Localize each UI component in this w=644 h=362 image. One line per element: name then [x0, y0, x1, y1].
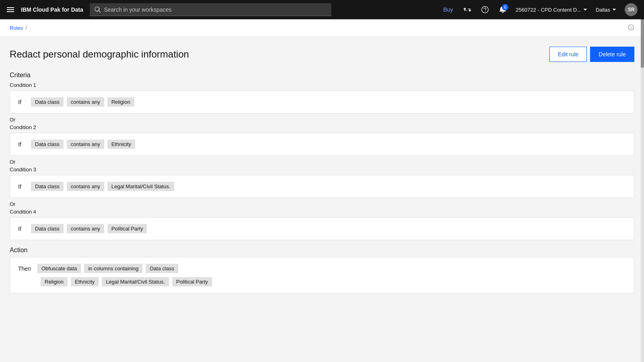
condition1-if: If [18, 99, 28, 105]
main-content: Redact personal demographic information … [0, 37, 644, 362]
condition2-tag-0: Data class [31, 140, 64, 149]
chevron-down-icon-location [612, 7, 617, 12]
brand-name: IBM Cloud Pak for Data [21, 6, 83, 13]
search-input[interactable] [104, 6, 326, 13]
condition2-tag-1: contains any [67, 140, 104, 149]
help-icon-btn[interactable] [477, 2, 493, 18]
action-section: Action Then Obfuscate data in columns co… [10, 247, 634, 293]
condition1-box: If Data class contains any Religion [10, 90, 634, 113]
action-tag-0: Obfuscate data [37, 264, 81, 273]
condition2-header: Condition 2 [10, 124, 634, 130]
condition1-header: Condition 1 [10, 82, 634, 88]
action-box: Then Obfuscate data in columns containin… [10, 257, 634, 293]
account-selector[interactable]: 2560722 - CPD Content D... [512, 7, 591, 13]
criteria-label: Criteria [10, 72, 634, 79]
condition3-row: If Data class contains any Legal Marital… [18, 182, 626, 191]
breadcrumb-separator: / [25, 25, 27, 31]
action-value-tags: Religion Ethnicity Legal Marital/Civil S… [41, 277, 626, 286]
condition3-header: Condition 3 [10, 167, 634, 173]
condition4-box: If Data class contains any Political Par… [10, 217, 634, 240]
info-icon-btn[interactable] [628, 24, 634, 32]
condition4-row: If Data class contains any Political Par… [18, 224, 626, 233]
condition4-tag-2: Political Party [107, 224, 147, 233]
condition4-if: If [18, 226, 28, 232]
action-label: Action [10, 247, 634, 254]
or-separator-1: Or [10, 117, 634, 123]
svg-rect-0 [7, 7, 14, 8]
condition1-tag-0: Data class [31, 97, 64, 107]
condition4-tag-1: contains any [67, 224, 104, 233]
header-actions: Edit rule Delete rule [549, 47, 634, 62]
action-value-tag-1: Ethnicity [71, 277, 99, 286]
breadcrumb-rules-link[interactable]: Rules [10, 25, 23, 31]
global-search[interactable] [90, 3, 331, 16]
notifications-icon-btn[interactable]: 6 [495, 2, 511, 18]
condition4-tag-0: Data class [31, 224, 64, 233]
notification-badge: 6 [502, 4, 508, 10]
or-separator-3: Or [10, 201, 634, 207]
condition3-tag-2: Legal Marital/Civil Status. [107, 182, 175, 191]
action-tag-2: Data class [146, 264, 178, 273]
condition3-box: If Data class contains any Legal Marital… [10, 175, 634, 198]
top-navigation: IBM Cloud Pak for Data Buy 6 2560722 - C [0, 0, 644, 19]
action-value-tag-0: Religion [41, 277, 68, 286]
or-separator-2: Or [10, 159, 634, 165]
condition4-header: Condition 4 [10, 209, 634, 215]
location-selector[interactable]: Dallas [592, 7, 620, 13]
action-tag-1: in columns containing [84, 264, 142, 273]
condition2-tag-2: Ethnicity [107, 140, 135, 149]
chevron-down-icon [583, 7, 588, 12]
condition2-row: If Data class contains any Ethnicity [18, 140, 626, 149]
action-value-tag-2: Legal Marital/Civil Status. [102, 277, 169, 286]
condition1-row: If Data class contains any Religion [18, 97, 626, 107]
avatar[interactable]: SR [625, 3, 638, 16]
condition2-if: If [18, 141, 28, 148]
nav-right-actions: Buy 6 2560722 - CPD Content D... Dal [438, 2, 638, 18]
svg-rect-1 [7, 9, 14, 10]
condition3-if: If [18, 183, 28, 190]
transfer-icon-btn[interactable] [459, 2, 475, 18]
svg-rect-2 [7, 11, 14, 12]
buy-link[interactable]: Buy [438, 6, 458, 13]
condition3-tag-1: contains any [67, 182, 104, 191]
action-value-tag-3: Political Party [172, 277, 212, 286]
page-header: Redact personal demographic information … [10, 47, 634, 62]
breadcrumb: Rules / [0, 19, 644, 37]
search-icon [95, 6, 101, 13]
then-label: Then [18, 265, 34, 272]
delete-rule-button[interactable]: Delete rule [590, 47, 634, 62]
condition1-tag-1: contains any [67, 97, 104, 107]
condition3-tag-0: Data class [31, 182, 64, 191]
scrollbar-thumb[interactable] [641, 19, 644, 68]
condition1-tag-2: Religion [107, 97, 134, 107]
edit-rule-button[interactable]: Edit rule [549, 47, 587, 62]
account-name: 2560722 - CPD Content D... [516, 7, 581, 13]
menu-icon[interactable] [6, 6, 14, 14]
page-title: Redact personal demographic information [10, 49, 189, 60]
scrollbar-track[interactable] [641, 19, 644, 362]
criteria-section: Criteria Condition 1 If Data class conta… [10, 72, 634, 240]
action-row: Then Obfuscate data in columns containin… [18, 264, 626, 273]
condition2-box: If Data class contains any Ethnicity [10, 133, 634, 156]
location-name: Dallas [596, 7, 610, 13]
